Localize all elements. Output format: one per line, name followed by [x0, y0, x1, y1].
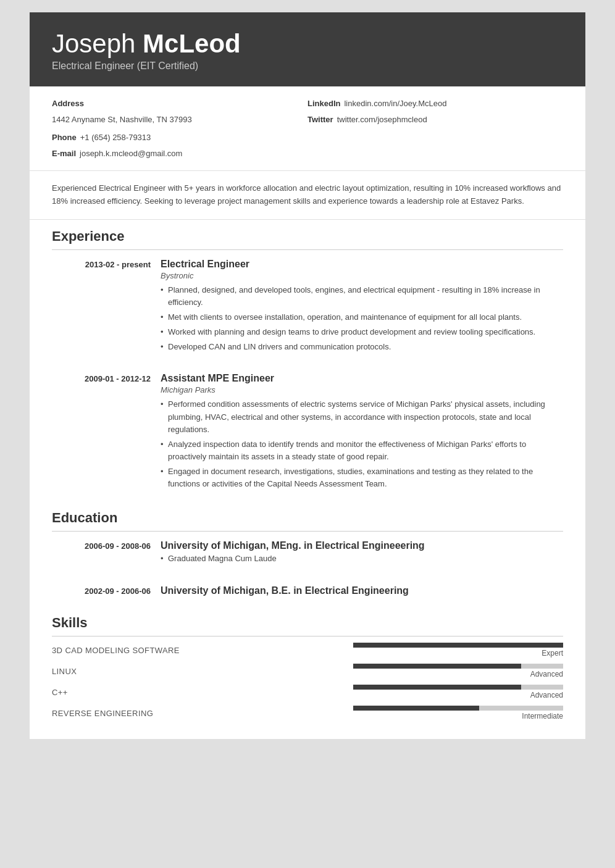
resume-container: Joseph McLeod Electrical Engineer (EIT C… — [30, 12, 585, 739]
skill-level: Advanced — [530, 670, 563, 678]
edu-date: 2002-09 - 2006-06 — [52, 585, 151, 604]
education-item: 2006-09 - 2008-06 University of Michigan… — [52, 532, 563, 576]
education-list: 2006-09 - 2008-06 University of Michigan… — [52, 532, 563, 606]
company-name: Michigan Parks — [161, 385, 563, 394]
job-date: 2009-01 - 2012-12 — [52, 373, 151, 499]
email-value: joseph.k.mcleod@gmail.com — [80, 148, 182, 160]
job-content: Electrical Engineer Bystronic Planned, d… — [161, 259, 563, 362]
skill-bar-area: Intermediate — [353, 706, 563, 720]
summary-text: Experienced Electrical Engineer with 5+ … — [52, 183, 561, 206]
edu-title: University of Michigan, MEng. in Electri… — [161, 540, 563, 551]
education-section: Education 2006-09 - 2008-06 University o… — [30, 501, 585, 606]
skill-bar-track — [353, 664, 563, 669]
skill-name: C++ — [52, 688, 341, 699]
bullet-list: Performed condition assessments of elect… — [161, 398, 563, 490]
experience-item: 2013-02 - present Electrical Engineer By… — [52, 250, 563, 365]
linkedin-label: LinkedIn — [308, 98, 340, 110]
skills-list: 3D CAD MODELING SOFTWARE Expert LINUX Ad… — [30, 636, 585, 739]
skills-section: Skills — [30, 606, 585, 636]
skill-bar-fill — [353, 706, 479, 711]
last-name: McLeod — [143, 29, 241, 58]
edu-content: University of Michigan, MEng. in Electri… — [161, 540, 563, 574]
skill-row: LINUX Advanced — [52, 657, 563, 678]
skill-row: REVERSE ENGINEERING Intermediate — [52, 699, 563, 720]
skill-level: Intermediate — [522, 712, 563, 720]
skill-bar-area: Expert — [353, 643, 563, 657]
linkedin-value: linkedin.com/in/Joey.McLeod — [344, 98, 446, 110]
skill-row: 3D CAD MODELING SOFTWARE Expert — [52, 636, 563, 657]
bullet: Analyzed inspection data to identify tre… — [161, 438, 563, 463]
twitter-label: Twitter — [308, 114, 333, 126]
twitter-value: twitter.com/josephmcleod — [337, 114, 427, 126]
first-name: Joseph — [52, 29, 143, 58]
phone-label: Phone — [52, 131, 77, 144]
experience-item: 2009-01 - 2012-12 Assistant MPE Engineer… — [52, 364, 563, 501]
education-heading: Education — [52, 501, 563, 532]
bullet: Planned, designed, and developed tools, … — [161, 284, 563, 309]
bullet-list: Graduated Magna Cum Laude — [161, 553, 563, 565]
skill-bar-fill — [353, 685, 521, 690]
bullet: Graduated Magna Cum Laude — [161, 553, 563, 565]
header-section: Joseph McLeod Electrical Engineer (EIT C… — [30, 12, 585, 86]
edu-date: 2006-09 - 2008-06 — [52, 540, 151, 574]
job-content: Assistant MPE Engineer Michigan Parks Pe… — [161, 373, 563, 499]
email-label: E-mail — [52, 148, 76, 160]
job-title: Electrical Engineer — [161, 259, 563, 270]
job-title: Assistant MPE Engineer — [161, 373, 563, 384]
experience-section: Experience 2013-02 - present Electrical … — [30, 220, 585, 502]
skill-row: C++ Advanced — [52, 678, 563, 699]
bullet: Worked with planning and design teams to… — [161, 326, 563, 338]
skill-name: REVERSE ENGINEERING — [52, 709, 341, 720]
email-item: E-mail joseph.k.mcleod@gmail.com — [52, 148, 308, 160]
candidate-name: Joseph McLeod — [52, 30, 563, 58]
candidate-title: Electrical Engineer (EIT Certified) — [52, 61, 563, 72]
skill-bar-track — [353, 685, 563, 690]
edu-content: University of Michigan, B.E. in Electric… — [161, 585, 563, 604]
skill-level: Expert — [542, 649, 563, 657]
twitter-item: Twitter twitter.com/josephmcleod — [308, 114, 563, 126]
job-date: 2013-02 - present — [52, 259, 151, 362]
linkedin-item: LinkedIn linkedin.com/in/Joey.McLeod — [308, 98, 563, 110]
phone-item: Phone +1 (654) 258-79313 — [52, 131, 308, 144]
contact-right: LinkedIn linkedin.com/in/Joey.McLeod Twi… — [308, 98, 563, 159]
skill-name: 3D CAD MODELING SOFTWARE — [52, 646, 341, 657]
address-value: 1442 Anyname St, Nashville, TN 37993 — [52, 114, 192, 126]
skill-bar-track — [353, 706, 563, 711]
bullet: Engaged in document research, investigat… — [161, 465, 563, 490]
address-item: Address — [52, 98, 308, 110]
education-item: 2002-09 - 2006-06 University of Michigan… — [52, 577, 563, 606]
bullet: Developed CAN and LIN drivers and commun… — [161, 341, 563, 353]
edu-title: University of Michigan, B.E. in Electric… — [161, 585, 563, 596]
contact-section: Address 1442 Anyname St, Nashville, TN 3… — [30, 86, 585, 171]
experience-list: 2013-02 - present Electrical Engineer By… — [52, 250, 563, 502]
bullet-list: Planned, designed, and developed tools, … — [161, 284, 563, 354]
experience-heading: Experience — [52, 220, 563, 250]
company-name: Bystronic — [161, 271, 563, 280]
skill-bar-area: Advanced — [353, 664, 563, 678]
contact-left: Address 1442 Anyname St, Nashville, TN 3… — [52, 98, 308, 159]
phone-value: +1 (654) 258-79313 — [80, 131, 151, 144]
skill-bar-fill — [353, 664, 521, 669]
skill-name: LINUX — [52, 667, 341, 678]
skill-level: Advanced — [530, 691, 563, 699]
summary-section: Experienced Electrical Engineer with 5+ … — [30, 171, 585, 220]
bullet: Performed condition assessments of elect… — [161, 398, 563, 435]
bullet: Met with clients to oversee installation… — [161, 311, 563, 323]
skill-bar-track — [353, 643, 563, 648]
skills-heading: Skills — [52, 606, 563, 636]
skill-bar-fill — [353, 643, 563, 648]
address-value-item: 1442 Anyname St, Nashville, TN 37993 — [52, 114, 308, 126]
skill-bar-area: Advanced — [353, 685, 563, 699]
address-label: Address — [52, 98, 84, 110]
